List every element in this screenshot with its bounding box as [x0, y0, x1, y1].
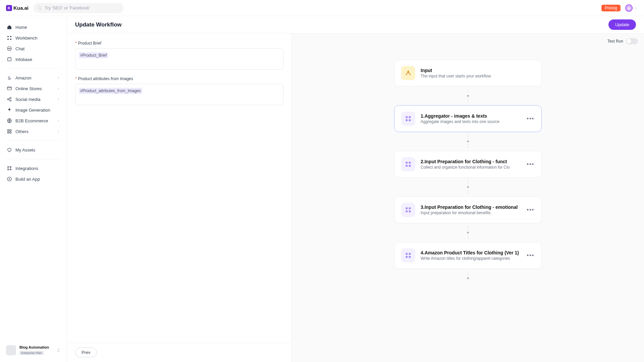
svg-point-20	[8, 167, 9, 168]
variable-tag[interactable]: #Product_attributes_from_Images	[79, 88, 142, 94]
field-label-attr: * Product attributes from Images	[75, 76, 283, 81]
sidebar-item-infobase[interactable]: Infobase	[3, 54, 63, 64]
sidebar-item-workbench[interactable]: Workbench	[3, 33, 63, 43]
main-header: Update Workflow Update	[67, 16, 644, 34]
svg-point-6	[8, 48, 9, 49]
add-step-button[interactable]	[466, 94, 470, 98]
sidebar-item-online-stores[interactable]: Online Stores	[3, 83, 63, 94]
add-step-button[interactable]	[466, 276, 470, 280]
sidebar-item-label: Home	[15, 25, 27, 30]
node-desc: Write Amazon titles for clothing/apparel…	[421, 256, 521, 261]
svg-rect-16	[8, 130, 9, 131]
prev-button[interactable]: Prev	[75, 348, 97, 357]
sidebar-item-b2b[interactable]: B2B Ecommerce	[3, 116, 63, 126]
sort-icon	[56, 348, 61, 353]
node-title: 4.Amazon Product Titles for Clothing (Ve…	[421, 250, 521, 255]
node-text: Input The input that user starts your wo…	[421, 68, 535, 78]
sidebar-item-integrations[interactable]: Integrations	[3, 163, 63, 173]
variable-tag[interactable]: #Product_Brief	[79, 52, 108, 58]
chevron-right-icon	[57, 130, 60, 133]
node-amazon-titles[interactable]: 4.Amazon Product Titles for Clothing (Ve…	[394, 242, 542, 269]
workflow-canvas: Test Run Input The input that user start…	[292, 34, 644, 362]
add-step-button[interactable]	[466, 185, 470, 189]
sidebar-item-label: Chat	[15, 46, 24, 51]
workbench-icon	[7, 35, 12, 41]
workspace-plan-badge: Enterprise Plan	[19, 351, 44, 355]
chevron-right-icon	[57, 76, 60, 79]
node-desc: Aggregate images and texts into one sour…	[421, 119, 521, 124]
brand-logo[interactable]: K Kua.ai	[6, 5, 29, 11]
svg-point-23	[10, 169, 11, 170]
sidebar-item-others[interactable]: Others	[3, 126, 63, 136]
flow-column: Input The input that user starts your wo…	[394, 60, 542, 284]
sidebar-footer[interactable]: Blog Automation Enterprise Plan	[3, 343, 63, 357]
chat-icon	[7, 46, 12, 51]
svg-rect-28	[409, 119, 411, 121]
node-input[interactable]: Input The input that user starts your wo…	[394, 60, 542, 86]
sidebar-item-label: Infobase	[15, 57, 32, 62]
node-menu-button[interactable]: •••	[527, 252, 535, 258]
node-aggregator[interactable]: 1.Aggregator - images & texts Aggregate …	[394, 105, 542, 132]
sidebar-item-amazon[interactable]: a Amazon	[3, 73, 63, 83]
node-menu-button[interactable]: •••	[527, 116, 535, 122]
add-step-button[interactable]	[466, 139, 470, 143]
svg-text:a: a	[8, 75, 10, 78]
svg-rect-29	[406, 162, 408, 164]
sidebar-item-label: B2B Ecommerce	[15, 118, 48, 123]
main: Update Workflow Update * Product Brief #…	[67, 16, 644, 362]
node-prep-emotional[interactable]: 3.Input Preparation for Clothing - emoti…	[394, 196, 542, 223]
add-step-button[interactable]	[466, 231, 470, 235]
node-menu-button[interactable]: •••	[527, 207, 535, 213]
svg-rect-17	[10, 130, 11, 131]
brand-mark: K	[6, 5, 12, 11]
update-button[interactable]: Update	[608, 19, 636, 30]
search-wrap	[33, 3, 124, 13]
sidebar-divider	[5, 159, 61, 159]
social-icon	[7, 97, 12, 102]
plus-circle-icon	[7, 176, 12, 182]
chevron-right-icon	[57, 119, 60, 122]
svg-point-1	[7, 36, 9, 37]
svg-point-22	[8, 169, 9, 170]
test-run-label: Test Run	[607, 39, 623, 44]
sidebar-item-chat[interactable]: Chat	[3, 44, 63, 54]
node-title: 3.Input Preparation for Clothing - emoti…	[421, 204, 521, 210]
sidebar-item-home[interactable]: Home	[3, 22, 63, 32]
sidebar-divider	[5, 68, 61, 69]
svg-rect-30	[409, 162, 411, 164]
connector	[466, 269, 470, 284]
sidebar-item-build-app[interactable]: Build an App	[3, 174, 63, 184]
sidebar-item-my-assets[interactable]: My Assets	[3, 145, 63, 155]
node-menu-button[interactable]: •••	[527, 161, 535, 167]
sidebar-item-label: Amazon	[15, 75, 32, 80]
sidebar-item-image-generation[interactable]: Image Generation	[3, 105, 63, 115]
header-right: Pricing	[601, 4, 638, 12]
test-run-toggle[interactable]	[626, 38, 638, 44]
svg-rect-37	[406, 253, 408, 255]
search-input[interactable]	[33, 3, 124, 13]
svg-point-3	[7, 39, 9, 40]
svg-rect-11	[7, 87, 11, 90]
pricing-button[interactable]: Pricing	[601, 5, 621, 11]
sidebar-item-label: Online Stores	[15, 86, 42, 91]
svg-point-8	[10, 48, 10, 49]
workspace-info: Blog Automation Enterprise Plan	[19, 345, 53, 355]
product-attr-input[interactable]: #Product_attributes_from_Images	[75, 84, 283, 105]
node-desc: Collect and organize functional informat…	[421, 165, 521, 170]
user-menu[interactable]	[625, 4, 638, 12]
sidebar-item-social-media[interactable]: Social media	[3, 94, 63, 104]
svg-point-12	[7, 99, 9, 100]
sparkle-icon	[7, 107, 12, 113]
node-title: 1.Aggregator - images & texts	[421, 113, 521, 119]
sidebar-item-label: My Assets	[15, 147, 35, 153]
node-desc: The input that user starts your workflow	[421, 74, 535, 78]
connector	[466, 86, 470, 105]
chevron-right-icon	[57, 98, 60, 101]
required-mark: *	[75, 41, 77, 46]
node-prep-functional[interactable]: 2.Input Preparation for Clothing - funct…	[394, 151, 542, 178]
product-brief-input[interactable]: #Product_Brief	[75, 48, 283, 70]
svg-rect-35	[406, 210, 408, 213]
search-icon	[37, 5, 42, 10]
connector	[466, 132, 470, 151]
label-text: Product attributes from Images	[78, 76, 133, 81]
